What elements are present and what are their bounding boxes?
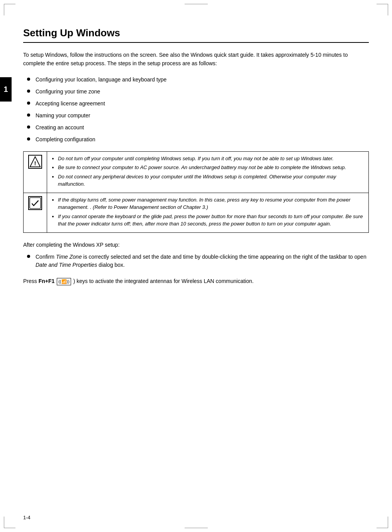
after-setup-list: Confirm Time Zone is correctly selected … [23, 253, 369, 269]
step-text: Accepting license agreement [36, 100, 105, 108]
warning-icon: ! [28, 155, 42, 169]
chapter-tab: 1 [0, 77, 12, 102]
bullet-dot [27, 137, 30, 141]
note-icon [28, 196, 42, 210]
warning-text: Do not connect any peripheral devices to… [58, 174, 336, 187]
top-center-mark [185, 4, 208, 4]
info-item: If you cannot operate the keyboard or th… [58, 213, 364, 228]
step-text: Configuring your location, language and … [36, 76, 166, 84]
press-fn-paragraph: Press Fn+F1 ((📶)) ) keys to activate the… [23, 277, 369, 285]
info-text-2: If you cannot operate the keyboard or th… [58, 213, 363, 227]
warning-item: Be sure to connect your computer to AC p… [58, 164, 364, 171]
after-setup-title: After completing the Windows XP setup: [23, 241, 369, 249]
bullet-dot [27, 78, 30, 81]
warning-text: Be sure to connect your computer to AC p… [58, 164, 346, 170]
list-item: Configuring your time zone [27, 88, 369, 96]
step-text: Naming your computer [36, 112, 90, 120]
list-item: Confirm Time Zone is correctly selected … [27, 253, 369, 269]
warning-text: Do not turn off your computer until comp… [58, 156, 334, 161]
corner-mark-tr [377, 4, 388, 15]
corner-mark-br [377, 517, 388, 528]
list-item: Completing configuration [27, 136, 369, 144]
wireless-icon: ((📶)) [57, 278, 71, 286]
chapter-number: 1 [3, 85, 8, 94]
warning-icon-cell: ! [24, 151, 47, 193]
list-item: Naming your computer [27, 112, 369, 120]
corner-mark-bl [4, 517, 15, 528]
info-text-cell: If the display turns off, some power man… [47, 193, 369, 232]
corner-mark-tl [4, 4, 15, 15]
warning-item: Do not connect any peripheral devices to… [58, 173, 364, 188]
page-container: 1 Setting Up Windows To setup Windows, f… [0, 0, 392, 532]
after-setup-section: After completing the Windows XP setup: C… [23, 241, 369, 269]
svg-text:!: ! [34, 160, 36, 166]
warning-list: Do not turn off your computer until comp… [52, 155, 364, 188]
info-text-1b: Power Management [114, 204, 159, 210]
bullet-dot [27, 125, 30, 129]
bullet-dot [27, 90, 30, 93]
intro-paragraph: To setup Windows, follow the instruction… [23, 51, 369, 68]
time-zone-italic: Time Zone [56, 254, 82, 260]
warning-text-cell: Do not turn off your computer until comp… [47, 151, 369, 193]
main-content: Setting Up Windows To setup Windows, fol… [23, 15, 369, 286]
bullet-dot [27, 255, 30, 258]
bullet-dot [27, 114, 30, 117]
info-item: If the display turns off, some power man… [58, 196, 364, 211]
title-section: Setting Up Windows [23, 27, 369, 43]
list-item: Accepting license agreement [27, 100, 369, 108]
svg-rect-2 [30, 198, 41, 208]
setup-steps-list: Configuring your location, language and … [23, 76, 369, 144]
step-text: Completing configuration [36, 136, 95, 144]
page-number: 1-4 [23, 515, 31, 520]
list-item: Creating an account [27, 124, 369, 132]
page-title: Setting Up Windows [23, 27, 369, 39]
info-row: If the display turns off, some power man… [24, 193, 369, 232]
warning-item: Do not turn off your computer until comp… [58, 155, 364, 163]
fn-f1-bold: Fn+F1 [39, 278, 55, 284]
notice-table: ! Do not turn off your computer until co… [23, 151, 369, 233]
bottom-center-mark [185, 528, 208, 528]
confirm-text: Confirm Time Zone is correctly selected … [36, 253, 369, 269]
info-list: If the display turns off, some power man… [52, 196, 364, 228]
info-icon-cell [24, 193, 47, 232]
info-text-1c: section of Chapter 3.) [159, 204, 208, 210]
warning-row: ! Do not turn off your computer until co… [24, 151, 369, 193]
step-text: Creating an account [36, 124, 84, 132]
list-item: Configuring your location, language and … [27, 76, 369, 84]
date-time-italic: Date and Time Properties [36, 262, 97, 268]
bullet-dot [27, 102, 30, 105]
warning-triangle-svg: ! [29, 155, 41, 168]
step-text: Configuring your time zone [36, 88, 100, 96]
note-check-svg [29, 197, 41, 210]
